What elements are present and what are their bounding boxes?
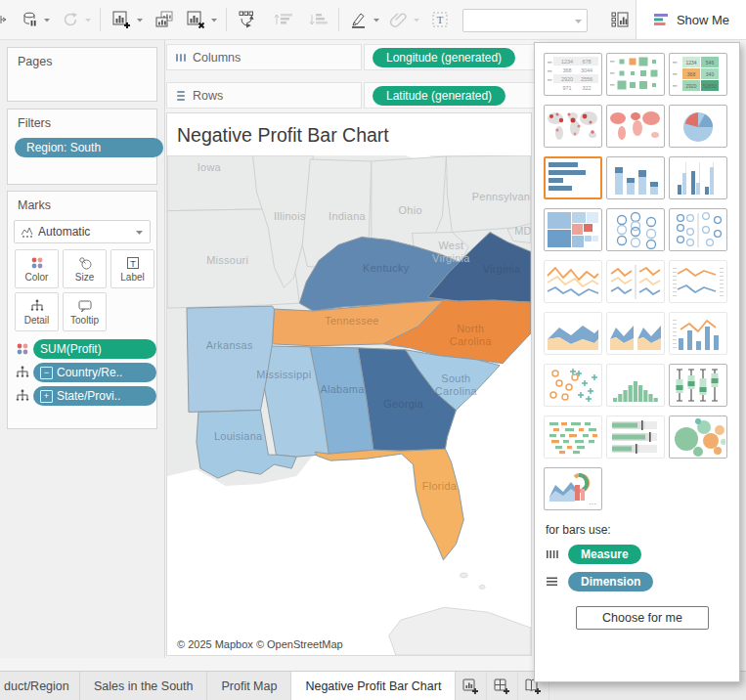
columns-pill[interactable]: Longitude (generated) xyxy=(373,48,515,67)
marks-button-color[interactable]: Color xyxy=(15,249,59,288)
map-label-iowa: Iowa xyxy=(197,161,222,173)
rows-shelf-pills: Latitude (generated) xyxy=(364,82,536,109)
detail-icon xyxy=(15,388,30,404)
highlight-icon[interactable] xyxy=(346,6,372,33)
map-label-alabama: Alabama xyxy=(320,383,365,395)
map-state-arkansas[interactable] xyxy=(187,306,274,412)
showme-tile-horizontal-bars[interactable] xyxy=(544,156,602,199)
showme-tile-bullet-graphs[interactable] xyxy=(606,416,665,459)
svg-text:2556: 2556 xyxy=(581,76,592,82)
marks-button-size[interactable]: Size xyxy=(63,249,107,288)
showme-tile-highlight-table[interactable]: 1234546368340292052850 xyxy=(669,53,727,96)
expand-icon[interactable]: + xyxy=(40,390,53,403)
svg-text:1234: 1234 xyxy=(685,60,696,66)
showme-tile-dual-lines[interactable] xyxy=(669,260,727,303)
sheet-tab-3[interactable]: Profit Map xyxy=(207,672,291,700)
clear-sheet-icon[interactable] xyxy=(182,6,209,33)
detail-icon xyxy=(15,365,30,380)
svg-text:340: 340 xyxy=(706,71,715,77)
svg-text:...: ... xyxy=(589,497,596,506)
map-attribution: © 2025 Mapbox © OpenStreetMap xyxy=(171,636,349,652)
showme-tile-side-by-side-bars[interactable] xyxy=(669,156,727,199)
filters-card[interactable]: Filters Region: South xyxy=(7,109,157,185)
fit-selector-combobox[interactable] xyxy=(462,9,588,32)
collapse-icon[interactable]: − xyxy=(40,367,53,379)
showme-tile-treemap[interactable] xyxy=(544,208,602,251)
paperclip-caret xyxy=(412,6,421,33)
map-view[interactable]: IowaMissouriIllinoisIndianaOhioPennsylva… xyxy=(167,155,531,655)
new-dashboard-tab-icon[interactable] xyxy=(487,672,518,700)
showme-tile-symbol-map[interactable] xyxy=(544,105,602,148)
showme-tile-gantt[interactable] xyxy=(544,416,602,459)
show-hide-cards-icon[interactable] xyxy=(606,7,634,32)
showme-tile-stacked-bars[interactable] xyxy=(606,156,665,199)
showme-tile-heat-map[interactable] xyxy=(606,53,665,96)
marks-card[interactable]: Marks Automatic ColorSizeTLabelDetailToo… xyxy=(7,191,157,429)
showme-tile-continuous-lines[interactable] xyxy=(544,260,602,303)
showme-tile-circle-views[interactable] xyxy=(606,208,665,251)
map-label-tennessee: Tennessee xyxy=(325,315,379,327)
choose-for-me-button[interactable]: Choose for me xyxy=(576,606,709,630)
filter-pill[interactable]: Region: South xyxy=(15,138,163,157)
show-me-label: Show Me xyxy=(677,13,729,27)
undo-partial-icon[interactable] xyxy=(0,6,9,33)
sheet-tab-2[interactable]: Sales in the South xyxy=(80,672,207,700)
marks-title: Marks xyxy=(8,192,156,212)
marks-pill-row: −Country/Re.. xyxy=(8,363,156,386)
marks-pill[interactable]: SUM(Profit) xyxy=(33,339,156,359)
showme-tile-text-table[interactable]: 1234678368304429202556971322 xyxy=(544,53,602,96)
swap-rows-columns-icon[interactable] xyxy=(234,6,261,33)
svg-text:1234: 1234 xyxy=(561,59,573,65)
showme-tile-area-charts-continuous[interactable] xyxy=(544,312,602,355)
svg-text:322: 322 xyxy=(582,85,591,91)
map-label-ohio: Ohio xyxy=(398,204,421,216)
data-source-icon[interactable] xyxy=(17,6,42,33)
showme-tile-filled-map[interactable] xyxy=(606,105,665,148)
sort-ascending-icon xyxy=(269,6,296,33)
data-source-caret[interactable] xyxy=(42,6,52,33)
duplicate-sheet-icon[interactable] xyxy=(151,6,178,33)
show-mark-labels-icon[interactable]: T xyxy=(427,6,453,33)
filters-pills: Region: South xyxy=(8,130,156,157)
marks-pill[interactable]: −Country/Re.. xyxy=(33,363,156,382)
toolbar: T Show Me xyxy=(0,0,746,40)
marks-button-tooltip[interactable]: Tooltip xyxy=(63,292,107,331)
clear-sheet-caret[interactable] xyxy=(209,6,219,33)
rows-pill[interactable]: Latitude (generated) xyxy=(373,86,505,106)
show-me-bars-icon xyxy=(654,12,670,27)
showme-tile-histogram[interactable] xyxy=(606,364,665,407)
svg-text:971: 971 xyxy=(562,85,571,91)
showme-tile-something-else[interactable]: ... xyxy=(544,467,602,510)
showme-tile-area-charts-discrete[interactable] xyxy=(606,312,665,355)
refresh-caret xyxy=(83,6,93,33)
worksheet-area: Columns Longitude (generated) Rows Latit… xyxy=(165,40,534,658)
columns-shelf-pills: Longitude (generated) xyxy=(364,44,536,70)
showme-tile-packed-bubbles[interactable] xyxy=(669,416,727,459)
new-worksheet-caret[interactable] xyxy=(135,6,145,33)
show-me-button[interactable]: Show Me xyxy=(636,0,746,39)
showme-tile-discrete-lines[interactable] xyxy=(606,260,665,303)
showme-tile-scatter-plots[interactable] xyxy=(544,364,602,407)
showme-tile-dual-combination[interactable] xyxy=(669,312,727,355)
tooltip-icon xyxy=(77,298,93,314)
marks-button-label[interactable]: TLabel xyxy=(110,249,154,288)
label-icon: T xyxy=(125,255,141,271)
showme-tile-pie-chart[interactable] xyxy=(669,105,727,148)
columns-shelf[interactable]: Columns Longitude (generated) xyxy=(166,44,536,70)
marks-button-detail[interactable]: Detail xyxy=(15,292,59,331)
mark-type-value: Automatic xyxy=(38,225,90,239)
marks-pills: SUM(Profit)−Country/Re..+State/Provi.. xyxy=(8,339,156,410)
highlight-caret[interactable] xyxy=(372,6,381,33)
showme-tile-side-by-side-circles[interactable] xyxy=(669,208,727,251)
new-worksheet-tab-icon[interactable] xyxy=(456,672,487,700)
rows-shelf[interactable]: Rows Latitude (generated) xyxy=(166,82,536,109)
svg-text:3044: 3044 xyxy=(581,67,592,73)
columns-icon xyxy=(175,52,187,64)
pages-card[interactable]: Pages xyxy=(7,47,157,102)
sheet-tab-4[interactable]: Negative Profit Bar Chart xyxy=(291,672,456,700)
new-worksheet-icon[interactable] xyxy=(108,6,135,33)
showme-tile-box-and-whisker[interactable] xyxy=(669,364,727,407)
mark-type-dropdown[interactable]: Automatic xyxy=(14,220,151,243)
sheet-tab-1[interactable]: duct/Region xyxy=(0,672,80,700)
marks-pill[interactable]: +State/Provi.. xyxy=(33,386,156,406)
